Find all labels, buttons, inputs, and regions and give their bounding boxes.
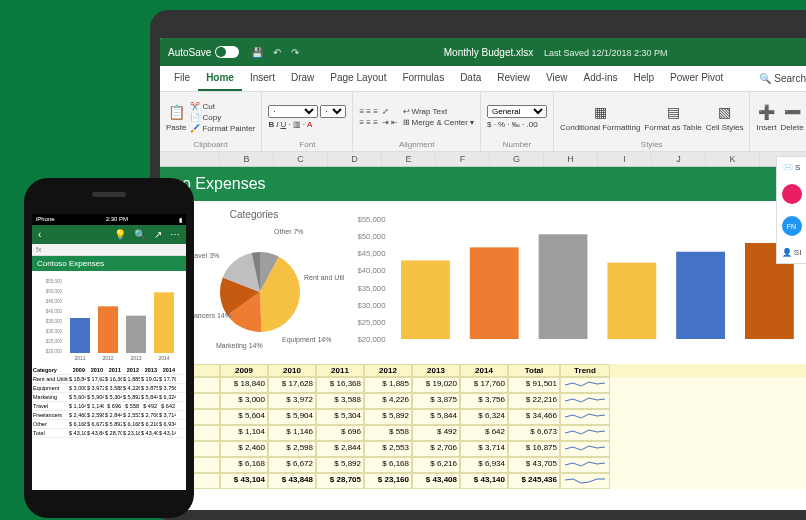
paste-icon: 📋: [166, 102, 186, 122]
svg-text:$50,000: $50,000: [357, 233, 385, 242]
paste-button[interactable]: 📋Paste: [166, 102, 186, 132]
svg-text:2012: 2012: [102, 355, 113, 361]
number-format-select[interactable]: General: [487, 105, 547, 118]
insert-cells-button[interactable]: ➕Insert: [756, 102, 776, 132]
svg-text:$25,000: $25,000: [46, 339, 63, 344]
search-box[interactable]: 🔍 Search: [751, 66, 806, 91]
svg-text:Equipment 14%: Equipment 14%: [282, 336, 331, 344]
cut-icon: ✂️: [190, 102, 200, 111]
merge-button[interactable]: ⊞Merge & Center ▾: [403, 118, 474, 127]
ribbon: 📋Paste ✂️Cut 📄Copy 🖌️Format Painter Clip…: [160, 92, 806, 152]
cell-styles-button[interactable]: ▧Cell Styles: [706, 102, 744, 132]
phone-data-table[interactable]: Category200920102011201220132014Rent and…: [32, 366, 186, 438]
svg-text:Other 7%: Other 7%: [274, 228, 304, 235]
wrap-text-button[interactable]: ↩︎Wrap Text: [403, 107, 474, 116]
formula-bar[interactable]: fx: [32, 244, 186, 256]
svg-text:Marketing 14%: Marketing 14%: [216, 342, 263, 350]
mail-icon[interactable]: ✉️ S: [783, 163, 801, 172]
size-select[interactable]: ·: [320, 105, 346, 118]
svg-text:$45,000: $45,000: [357, 250, 385, 259]
undo-icon[interactable]: ↶: [273, 47, 281, 58]
group-number: General $ · % · ‰ · .00 Number: [481, 92, 554, 151]
svg-text:$40,000: $40,000: [357, 267, 385, 276]
svg-rect-14: [401, 260, 450, 339]
more-icon[interactable]: ⋯: [170, 229, 180, 240]
group-font: · · B I U · ▥ · A Font: [262, 92, 353, 151]
ribbon-tabs: FileHomeInsertDrawPage LayoutFormulasDat…: [160, 66, 806, 92]
svg-rect-17: [607, 263, 656, 339]
group-alignment: ≡ ≡ ≡ ⤢ ≡ ≡ ≡ ⇥ ⇤ ↩︎Wrap Text ⊞Merge & C…: [353, 92, 481, 151]
data-table[interactable]: 200920102011201220132014TotalTrendUtilit…: [160, 364, 806, 489]
svg-rect-32: [126, 316, 146, 353]
avatar-user1[interactable]: [782, 184, 802, 204]
titlebar: AutoSave 💾 ↶ ↷ Monthly Budget.xlsx Last …: [160, 38, 806, 66]
save-icon[interactable]: 💾: [251, 47, 263, 58]
bar-chart[interactable]: $55,000$50,000$45,000$40,000$35,000$30,0…: [350, 209, 806, 356]
phone-sheet-title[interactable]: Contoso Expenses: [32, 256, 186, 271]
chart-area: Categories Other 7%Rent and Utilities 37…: [160, 201, 806, 364]
cut-button[interactable]: ✂️Cut: [190, 102, 255, 111]
number-btns[interactable]: $ · % · ‰ · .00: [487, 120, 547, 129]
share-icon[interactable]: ↗: [154, 229, 162, 240]
font-style-row[interactable]: B I U · ▥ · A: [268, 120, 346, 129]
svg-text:$35,000: $35,000: [357, 284, 385, 293]
group-clipboard: 📋Paste ✂️Cut 📄Copy 🖌️Format Painter Clip…: [160, 92, 262, 151]
find-icon[interactable]: 🔍: [134, 229, 146, 240]
svg-text:$55,000: $55,000: [46, 279, 63, 284]
battery-icon: ▮: [179, 216, 182, 223]
align-row1[interactable]: ≡ ≡ ≡ ⤢: [359, 107, 398, 116]
tab-home[interactable]: Home: [198, 66, 242, 91]
tab-help[interactable]: Help: [625, 66, 662, 91]
svg-text:$45,000: $45,000: [46, 299, 63, 304]
copy-button[interactable]: 📄Copy: [190, 113, 255, 122]
svg-rect-28: [70, 318, 90, 353]
svg-text:$50,000: $50,000: [46, 289, 63, 294]
tab-insert[interactable]: Insert: [242, 66, 283, 91]
lightbulb-icon[interactable]: 💡: [114, 229, 126, 240]
svg-text:2011: 2011: [74, 355, 85, 361]
tab-data[interactable]: Data: [452, 66, 489, 91]
font-select[interactable]: ·: [268, 105, 318, 118]
tab-draw[interactable]: Draw: [283, 66, 322, 91]
svg-text:$35,000: $35,000: [46, 319, 63, 324]
format-painter-button[interactable]: 🖌️Format Painter: [190, 124, 255, 133]
tab-view[interactable]: View: [538, 66, 576, 91]
conditional-formatting-button[interactable]: ▦Conditional Formatting: [560, 102, 640, 132]
svg-text:$20,000: $20,000: [46, 349, 63, 354]
tab-page-layout[interactable]: Page Layout: [322, 66, 394, 91]
svg-rect-15: [470, 247, 519, 339]
condfmt-icon: ▦: [590, 102, 610, 122]
svg-text:$55,000: $55,000: [357, 215, 385, 224]
align-row2[interactable]: ≡ ≡ ≡ ⇥ ⇤: [359, 118, 398, 127]
column-headers[interactable]: BCDEFGHIJK: [160, 152, 806, 167]
svg-text:2014: 2014: [158, 355, 169, 361]
signin-icon[interactable]: 👤 SI: [782, 248, 802, 257]
back-icon[interactable]: ‹: [38, 229, 41, 240]
autosave-toggle[interactable]: AutoSave: [168, 46, 239, 58]
tab-review[interactable]: Review: [489, 66, 538, 91]
svg-rect-34: [154, 292, 174, 353]
delete-cells-button[interactable]: ➖Delete: [780, 102, 803, 132]
tab-file[interactable]: File: [166, 66, 198, 91]
table-icon: ▤: [663, 102, 683, 122]
tab-add-ins[interactable]: Add-ins: [576, 66, 626, 91]
avatar-user2[interactable]: FN: [782, 216, 802, 236]
phone-bar-chart[interactable]: $55,000$50,000$45,000$40,000$35,000$30,0…: [32, 271, 186, 366]
tab-formulas[interactable]: Formulas: [394, 66, 452, 91]
laptop-frame: AutoSave 💾 ↶ ↷ Monthly Budget.xlsx Last …: [150, 10, 806, 520]
svg-text:2013: 2013: [130, 355, 141, 361]
svg-rect-30: [98, 306, 118, 353]
quick-access: 💾 ↶ ↷: [251, 47, 299, 58]
sheet-title-cell[interactable]: so Expenses: [160, 167, 806, 201]
tab-power-pivot[interactable]: Power Pivot: [662, 66, 731, 91]
window-title: Monthly Budget.xlsx Last Saved 12/1/2018…: [299, 47, 806, 58]
collab-panel: ✉️ S FN 👤 SI: [776, 156, 806, 264]
merge-icon: ⊞: [403, 118, 410, 127]
search-icon: 🔍: [759, 73, 771, 84]
svg-text:$30,000: $30,000: [46, 329, 63, 334]
svg-rect-16: [539, 234, 588, 339]
group-styles: ▦Conditional Formatting ▤Format as Table…: [554, 92, 751, 151]
format-as-table-button[interactable]: ▤Format as Table: [644, 102, 701, 132]
wrap-icon: ↩︎: [403, 107, 410, 116]
redo-icon[interactable]: ↷: [291, 47, 299, 58]
